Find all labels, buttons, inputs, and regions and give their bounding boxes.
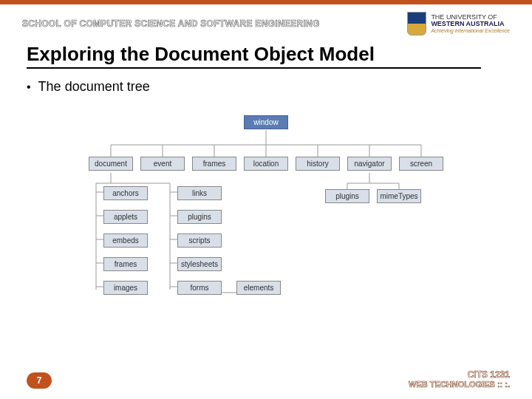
footer-course: CITS 1231 WEB TECHNOLOGIES :: :. [409, 370, 510, 389]
node-frames2: frames [103, 257, 148, 271]
body: • The document tree [0, 69, 532, 304]
logo-text: THE UNIVERSITY OF WESTERN AUSTRALIA Achi… [431, 14, 510, 33]
dom-tree-diagram: window document event frames location hi… [74, 112, 458, 304]
node-anchors: anchors [103, 186, 148, 200]
node-frames: frames [192, 157, 236, 171]
node-elements: elements [236, 281, 281, 295]
node-links: links [177, 186, 222, 200]
page-title: Exploring the Document Object Model [27, 43, 481, 69]
bullet-item: • The document tree [27, 79, 505, 95]
bullet-text: The document tree [38, 79, 150, 95]
node-window: window [244, 115, 288, 129]
node-document: document [89, 157, 133, 171]
node-screen: screen [399, 157, 443, 171]
node-event: event [140, 157, 185, 171]
logo-line2: WESTERN AUSTRALIA [431, 21, 510, 27]
course-name: WEB TECHNOLOGIES :: :. [409, 380, 510, 389]
node-forms: forms [177, 281, 222, 295]
node-scripts: scripts [177, 233, 222, 248]
title-wrap: Exploring the Document Object Model [0, 40, 532, 69]
crest-icon [407, 12, 426, 35]
connector-lines [74, 112, 458, 304]
page-number-badge: 7 [27, 372, 52, 389]
node-nav-plugins: plugins [325, 189, 369, 203]
node-images: images [103, 281, 148, 295]
node-stylesheets: stylesheets [177, 257, 222, 271]
logo-line3: Achieving International Excellence [431, 28, 510, 33]
course-code: CITS 1231 [409, 370, 510, 380]
school-name: SCHOOL OF COMPUTER SCIENCE AND SOFTWARE … [22, 18, 320, 29]
bullet-icon: • [27, 81, 31, 94]
university-logo: THE UNIVERSITY OF WESTERN AUSTRALIA Achi… [407, 12, 510, 35]
header: SCHOOL OF COMPUTER SCIENCE AND SOFTWARE … [0, 4, 532, 40]
node-plugins: plugins [177, 210, 222, 224]
node-embeds: embeds [103, 233, 148, 248]
footer: 7 CITS 1231 WEB TECHNOLOGIES :: :. [0, 370, 532, 389]
node-location: location [244, 157, 288, 171]
node-history: history [296, 157, 340, 171]
node-applets: applets [103, 210, 148, 224]
node-nav-mimetypes: mimeTypes [377, 189, 421, 203]
node-navigator: navigator [347, 157, 392, 171]
